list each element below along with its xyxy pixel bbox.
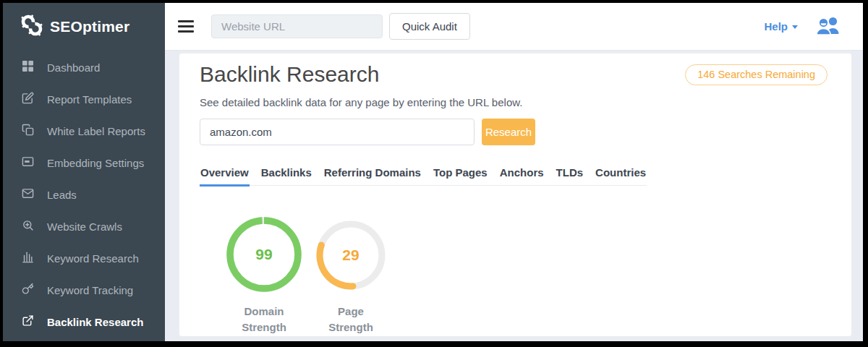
domain-strength-label: Domain Strength: [231, 304, 297, 335]
domain-strength-value: 99: [255, 246, 272, 262]
sidebar-item-label: Website Crawls: [47, 220, 122, 233]
tab-bar: Overview Backlinks Referring Domains Top…: [200, 166, 647, 186]
tab-tlds[interactable]: TLDs: [556, 166, 584, 187]
users-icon: [815, 15, 841, 38]
sidebar-item-label: White Label Reports: [47, 125, 145, 137]
sidebar-item-label: Backlink Research: [47, 316, 143, 328]
sidebar-item-website-crawls[interactable]: Website Crawls: [3, 210, 165, 242]
sidebar-nav: Dashboard Report Templates White Label R…: [3, 51, 165, 338]
topbar: Quick Audit Help: [165, 3, 863, 51]
tab-top-pages[interactable]: Top Pages: [433, 166, 488, 187]
help-label: Help: [764, 20, 788, 33]
searches-remaining-badge: 146 Searches Remaining: [685, 64, 827, 85]
domain-strength-ring: 99: [224, 214, 305, 295]
bar-chart-icon: [22, 251, 34, 265]
sidebar: SEOptimer Dashboard Report Templates Whi…: [3, 3, 165, 341]
page-strength-gauge: 29 Page Strength: [307, 214, 394, 335]
tab-overview[interactable]: Overview: [200, 166, 250, 187]
sidebar-item-white-label-reports[interactable]: White Label Reports: [3, 115, 165, 147]
page-strength-value: 29: [342, 247, 359, 263]
page-strength-ring: 29: [313, 218, 388, 293]
chevron-down-icon: [792, 25, 798, 29]
seoptimer-gear-icon: [20, 14, 43, 40]
tab-backlinks[interactable]: Backlinks: [260, 166, 312, 187]
research-button[interactable]: Research: [482, 119, 535, 145]
strength-gauges: 99 Domain Strength 29 Page Strength: [221, 214, 394, 335]
website-url-input[interactable]: [211, 14, 383, 38]
sidebar-item-label: Report Templates: [47, 93, 132, 106]
help-menu[interactable]: Help: [764, 20, 798, 33]
embed-icon: [22, 155, 34, 170]
tab-referring-domains[interactable]: Referring Domains: [323, 166, 422, 187]
users-button[interactable]: [815, 15, 841, 38]
sidebar-item-label: Keyword Research: [47, 252, 139, 265]
backlink-url-input[interactable]: [200, 119, 475, 145]
sidebar-item-keyword-tracking[interactable]: Keyword Tracking: [3, 274, 165, 306]
sidebar-item-label: Leads: [47, 189, 77, 201]
main-content-card: Backlink Research 146 Searches Remaining…: [179, 53, 852, 337]
external-link-icon: [22, 314, 34, 329]
sidebar-item-leads[interactable]: Leads: [3, 179, 165, 210]
app-window: SEOptimer Dashboard Report Templates Whi…: [3, 3, 863, 341]
backlink-search-row: Research: [200, 119, 535, 145]
sidebar-item-keyword-research[interactable]: Keyword Research: [3, 242, 165, 274]
edit-icon: [22, 92, 34, 106]
page-strength-label: Page Strength: [318, 304, 384, 335]
sidebar-item-label: Dashboard: [47, 61, 100, 74]
sidebar-item-backlink-research[interactable]: Backlink Research: [3, 306, 165, 338]
key-icon: [22, 283, 34, 297]
sidebar-item-embedding-settings[interactable]: Embedding Settings: [3, 147, 165, 179]
tab-anchors[interactable]: Anchors: [499, 166, 545, 187]
sidebar-item-label: Keyword Tracking: [47, 284, 133, 296]
dashboard-icon: [22, 60, 34, 74]
envelope-icon: [22, 187, 34, 202]
seoptimer-logo[interactable]: SEOptimer: [3, 3, 165, 39]
tab-countries[interactable]: Countries: [595, 166, 647, 187]
logo-text: SEOptimer: [50, 18, 129, 35]
domain-strength-gauge: 99 Domain Strength: [221, 214, 307, 335]
search-plus-icon: [22, 219, 34, 234]
sidebar-item-dashboard[interactable]: Dashboard: [3, 51, 165, 83]
copy-icon: [22, 124, 34, 138]
page-subtitle: See detailed backlink data for any page …: [200, 96, 522, 108]
page-title: Backlink Research: [200, 62, 379, 87]
quick-audit-button[interactable]: Quick Audit: [389, 13, 470, 40]
sidebar-item-label: Embedding Settings: [47, 157, 144, 169]
hamburger-menu-icon[interactable]: [178, 20, 194, 33]
sidebar-item-report-templates[interactable]: Report Templates: [3, 83, 165, 115]
